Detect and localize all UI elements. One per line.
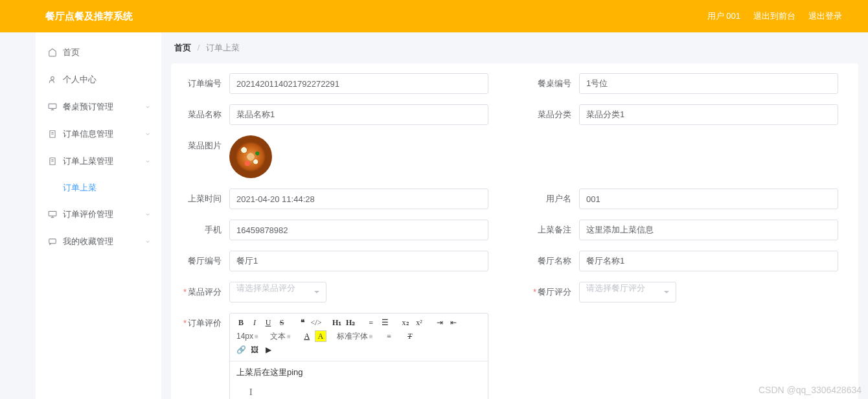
- bold-icon[interactable]: B: [235, 317, 247, 328]
- breadcrumb-current: 订单上菜: [206, 43, 240, 52]
- dish-cat-label: 菜品分类: [527, 104, 579, 120]
- svg-rect-8: [49, 211, 56, 216]
- table-no-input[interactable]: [579, 73, 838, 94]
- sidebar-item-label: 订单上菜管理: [63, 155, 113, 167]
- user-label[interactable]: 用户 001: [707, 10, 740, 22]
- app-title: 餐厅点餐及推荐系统: [45, 10, 133, 23]
- video-icon[interactable]: ▶: [262, 344, 274, 356]
- superscript-icon[interactable]: x²: [413, 317, 425, 328]
- text-color-icon[interactable]: A: [301, 330, 313, 342]
- svg-rect-1: [49, 104, 56, 108]
- sidebar-item-home[interactable]: 首页: [36, 39, 161, 66]
- breadcrumb-separator: /: [198, 43, 200, 52]
- sidebar-item-label: 餐桌预订管理: [63, 101, 113, 113]
- clear-format-icon[interactable]: T: [404, 330, 416, 342]
- svg-rect-9: [49, 239, 56, 244]
- text-cursor-icon: I: [249, 387, 253, 398]
- code-icon[interactable]: </>: [310, 317, 322, 328]
- image-icon[interactable]: 🖼: [249, 344, 260, 356]
- outdent-icon[interactable]: ⇤: [448, 317, 459, 328]
- chevron-icon: ›: [144, 160, 152, 163]
- monitor-icon: [47, 102, 58, 112]
- serve-time-input[interactable]: [229, 188, 488, 209]
- quote-icon[interactable]: ❝: [297, 317, 308, 328]
- editor-toolbar: B I U S ❝ </> H₁ H₂ ≡: [230, 314, 488, 361]
- main-content: 首页 / 订单上菜 订单编号 餐桌编号 菜品名称: [161, 32, 868, 399]
- top-bar: 餐厅点餐及推荐系统 用户 001 退出到前台 退出登录: [0, 0, 868, 32]
- bg-color-icon[interactable]: A: [315, 330, 326, 342]
- h2-icon[interactable]: H₂: [345, 317, 356, 328]
- phone-input[interactable]: [229, 220, 488, 240]
- editor-body[interactable]: 上菜后在这里ping I 1评 2瓶 3平 4凭 5ping 6屏: [230, 361, 488, 399]
- dish-cat-input[interactable]: [579, 104, 838, 125]
- strikethrough-icon[interactable]: S: [276, 317, 288, 328]
- rest-rating-select[interactable]: 请选择餐厅评分: [579, 282, 676, 302]
- fontfamily-select[interactable]: 标准字体: [336, 331, 374, 342]
- ordered-list-icon[interactable]: ≡: [365, 317, 377, 328]
- sidebar-item-favorites[interactable]: 我的收藏管理 ›: [36, 228, 161, 255]
- sidebar-subitem-order-serve[interactable]: 订单上菜: [36, 175, 161, 201]
- rest-name-input[interactable]: [579, 251, 838, 271]
- chevron-icon: ›: [144, 240, 152, 243]
- home-icon: [47, 47, 58, 58]
- link-icon[interactable]: 🔗: [235, 344, 247, 356]
- dish-name-input[interactable]: [229, 104, 488, 125]
- unordered-list-icon[interactable]: ☰: [379, 317, 391, 328]
- username-input[interactable]: [579, 188, 838, 209]
- underline-icon[interactable]: U: [262, 317, 274, 328]
- align-icon[interactable]: ≡: [383, 330, 395, 342]
- sidebar-item-label: 首页: [63, 47, 80, 58]
- phone-label: 手机: [177, 220, 229, 236]
- breadcrumb-home[interactable]: 首页: [174, 43, 191, 52]
- order-review-label: *订单评价: [177, 313, 229, 329]
- order-no-label: 订单编号: [177, 73, 229, 89]
- sidebar-item-label: 订单信息管理: [63, 128, 113, 140]
- chevron-icon: ›: [144, 213, 152, 216]
- chevron-icon: ›: [144, 106, 152, 108]
- form-card: 订单编号 餐桌编号 菜品名称 菜品分类: [171, 63, 858, 399]
- rest-no-input[interactable]: [229, 251, 488, 271]
- dish-img-label: 菜品图片: [177, 135, 229, 152]
- chat-icon: [47, 236, 58, 247]
- serve-note-input[interactable]: [579, 220, 838, 240]
- order-no-input[interactable]: [229, 73, 488, 94]
- logout-link[interactable]: 退出登录: [808, 10, 842, 22]
- sidebar-item-order-serve[interactable]: 订单上菜管理 ›: [36, 148, 161, 175]
- serve-note-label: 上菜备注: [527, 220, 579, 236]
- fontsize-select[interactable]: 14px: [235, 332, 260, 341]
- document-icon: [47, 156, 58, 166]
- subscript-icon[interactable]: x₂: [400, 317, 411, 328]
- top-bar-right: 用户 001 退出到前台 退出登录: [707, 10, 842, 22]
- rest-no-label: 餐厅编号: [177, 251, 229, 267]
- sidebar-item-order-info[interactable]: 订单信息管理 ›: [36, 120, 161, 148]
- italic-icon[interactable]: I: [249, 317, 260, 328]
- sidebar-item-order-review[interactable]: 订单评价管理 ›: [36, 201, 161, 228]
- editor-content: 上菜后在这里ping: [236, 367, 303, 377]
- monitor-icon: [47, 209, 58, 220]
- svg-point-0: [51, 76, 54, 80]
- rest-name-label: 餐厅名称: [527, 251, 579, 267]
- username-label: 用户名: [527, 188, 579, 205]
- breadcrumb: 首页 / 订单上菜: [161, 32, 868, 63]
- rest-rating-label: *餐厅评分: [527, 282, 579, 298]
- fontstyle-select[interactable]: 文本: [269, 331, 292, 342]
- sidebar-item-label: 我的收藏管理: [63, 236, 113, 247]
- sidebar-item-table-reserve[interactable]: 餐桌预订管理 ›: [36, 93, 161, 120]
- logout-front-link[interactable]: 退出到前台: [753, 10, 795, 22]
- dish-rating-label: *菜品评分: [177, 282, 229, 298]
- indent-icon[interactable]: ⇥: [434, 317, 446, 328]
- sidebar-item-label: 订单评价管理: [63, 209, 113, 220]
- user-icon: [47, 74, 58, 85]
- dish-name-label: 菜品名称: [177, 104, 229, 120]
- h1-icon[interactable]: H₁: [331, 317, 343, 328]
- rich-text-editor: B I U S ❝ </> H₁ H₂ ≡: [229, 313, 488, 399]
- sidebar-item-label: 个人中心: [63, 74, 97, 86]
- sidebar-item-profile[interactable]: 个人中心: [36, 66, 161, 93]
- document-icon: [47, 129, 58, 139]
- dish-image[interactable]: [229, 135, 272, 178]
- chevron-icon: ›: [144, 133, 152, 135]
- serve-time-label: 上菜时间: [177, 188, 229, 205]
- sidebar: 首页 个人中心 餐桌预订管理 › 订单信息管理 › 订单上菜管理 › 订单上菜 …: [36, 32, 161, 399]
- dish-rating-select[interactable]: 请选择菜品评分: [229, 282, 326, 302]
- table-no-label: 餐桌编号: [527, 73, 579, 89]
